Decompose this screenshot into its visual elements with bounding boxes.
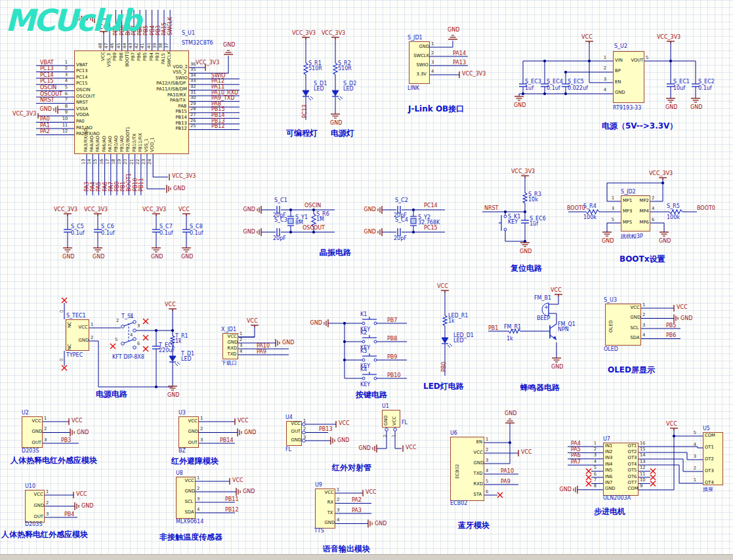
led-symbol[interactable]	[169, 356, 176, 361]
net-label[interactable]: PB10	[133, 178, 138, 192]
gnd-net-label[interactable]: GND	[151, 254, 163, 260]
component-value[interactable]: 1M	[316, 216, 324, 222]
net-label[interactable]: NRST	[484, 205, 499, 211]
net-label[interactable]: PB4	[150, 26, 156, 35]
net-label[interactable]: SWCLK	[167, 17, 173, 35]
power-net-label[interactable]: VCC_3V3	[322, 30, 345, 36]
component-part[interactable]: STM32C8T6	[182, 40, 213, 46]
junction-dot[interactable]	[343, 322, 345, 324]
component-part[interactable]: FL	[402, 420, 408, 426]
power-net-label[interactable]: VCC	[366, 489, 377, 495]
gnd-net-label[interactable]: GND	[448, 27, 459, 33]
component-ref[interactable]: U10	[25, 483, 35, 489]
section-title[interactable]: 晶振电路	[320, 249, 351, 258]
component-value[interactable]: S_C6	[101, 224, 114, 230]
component-value[interactable]: 510R	[338, 66, 352, 71]
component-value[interactable]: KFT DIP-8X8	[112, 354, 144, 360]
junction-dot[interactable]	[673, 435, 675, 437]
net-label[interactable]: PA10	[257, 343, 270, 349]
section-title[interactable]: 电源（5V-->3.3V）	[602, 122, 677, 131]
component-part[interactable]: OLED	[604, 346, 618, 352]
led-symbol[interactable]	[303, 90, 309, 96]
gnd-net-label[interactable]: GND	[359, 445, 371, 451]
pin-number[interactable]: 0	[60, 359, 65, 361]
power-net-label[interactable]: VCC	[178, 207, 190, 212]
junction-dot[interactable]	[524, 240, 526, 242]
net-label[interactable]: PA2	[352, 497, 362, 503]
led-symbol[interactable]	[450, 344, 452, 346]
key-symbol[interactable]	[504, 228, 507, 231]
component-value[interactable]: 0.1uf	[101, 230, 115, 236]
component-value[interactable]: 1k	[448, 318, 455, 324]
pin-number[interactable]: 2	[383, 435, 388, 437]
junction-dot[interactable]	[343, 359, 345, 361]
component-value[interactable]: 1uf	[530, 221, 538, 227]
component-ref[interactable]: U3	[178, 410, 186, 416]
component-value[interactable]: LED	[314, 86, 324, 92]
led-symbol[interactable]	[310, 96, 313, 99]
gnd-net-label[interactable]: GND	[551, 364, 563, 370]
power-net-label[interactable]: VCC	[72, 418, 83, 424]
junction-dot[interactable]	[155, 329, 157, 331]
section-title[interactable]: 语音输出模块	[323, 545, 370, 554]
component-value[interactable]: S_C1	[274, 197, 287, 203]
component-value[interactable]: 220uF	[159, 348, 175, 353]
gnd-net-label[interactable]: GND	[659, 238, 671, 244]
component-value[interactable]: 10uf	[673, 85, 685, 91]
pin-number[interactable]: 3	[137, 324, 140, 329]
net-label[interactable]: PA14	[453, 50, 466, 56]
junction-dot[interactable]	[289, 231, 291, 233]
component-value[interactable]: 1k	[507, 336, 513, 342]
junction-dot[interactable]	[509, 441, 511, 443]
junction-dot[interactable]	[588, 60, 590, 62]
net-label[interactable]: OSCOUT	[303, 225, 325, 231]
gnd-net-label[interactable]: GND	[243, 207, 255, 212]
key-symbol[interactable]	[504, 215, 507, 218]
component-ref[interactable]: U7	[603, 436, 610, 442]
led-symbol[interactable]	[175, 363, 178, 366]
component-value[interactable]: S_C8	[190, 224, 203, 230]
power-net-label[interactable]: VCC	[521, 449, 532, 455]
component-value[interactable]: NPN	[558, 327, 569, 332]
component-part[interactable]: MLX90614	[176, 519, 203, 525]
component-part[interactable]: TYPEC	[66, 352, 83, 358]
net-label[interactable]: PB14	[220, 437, 234, 443]
component-value[interactable]: FM_B1	[534, 295, 551, 301]
net-label[interactable]: PA15	[161, 22, 167, 35]
power-net-label[interactable]: VCC_3V3	[54, 207, 77, 212]
component-ref[interactable]: S_U1	[182, 30, 195, 36]
component-value[interactable]: K2	[360, 330, 367, 336]
net-label[interactable]: PB5	[143, 26, 149, 35]
gnd-net-label[interactable]: GND	[81, 503, 93, 509]
component-value[interactable]: 0.1uf	[698, 85, 712, 91]
net-label[interactable]: PA4	[90, 182, 96, 191]
component-part[interactable]: BZ	[178, 448, 186, 454]
gnd-net-label[interactable]: GND	[514, 102, 526, 108]
component-value[interactable]: 8M	[295, 220, 303, 226]
net-label[interactable]: PC15	[424, 225, 438, 231]
gnd-net-label[interactable]: GND	[62, 254, 74, 260]
component-part[interactable]: 跳线帽3P	[621, 233, 643, 239]
net-label[interactable]: PA4	[571, 441, 581, 447]
power-net-label[interactable]: VCC_3V3	[196, 60, 219, 66]
junction-dot[interactable]	[312, 209, 314, 210]
pin-bubble[interactable]	[385, 428, 388, 431]
net-label[interactable]: VBAT	[40, 60, 54, 66]
component-value[interactable]: 10k	[528, 197, 538, 203]
net-label[interactable]: PA7	[571, 459, 581, 465]
key-symbol[interactable]	[374, 340, 377, 343]
pin-number[interactable]: 4	[130, 333, 133, 338]
gnd-net-label[interactable]: GND	[330, 120, 342, 126]
net-label[interactable]: PB8	[387, 336, 397, 342]
power-net-label[interactable]: VCC	[666, 421, 677, 427]
component-ref[interactable]: U8	[176, 470, 183, 476]
component-value[interactable]: FM_R1	[504, 324, 521, 330]
net-label[interactable]: PB3	[61, 437, 71, 443]
component-part[interactable]: 下载口	[221, 360, 237, 366]
section-title[interactable]: 红外避障模块	[171, 457, 219, 466]
led-symbol[interactable]	[442, 338, 448, 343]
component-value[interactable]: 100k	[583, 214, 597, 220]
component-value[interactable]: 0.1uf	[159, 230, 173, 236]
component-ref[interactable]: U9	[315, 482, 322, 488]
component-value[interactable]: S_R4	[583, 203, 597, 209]
